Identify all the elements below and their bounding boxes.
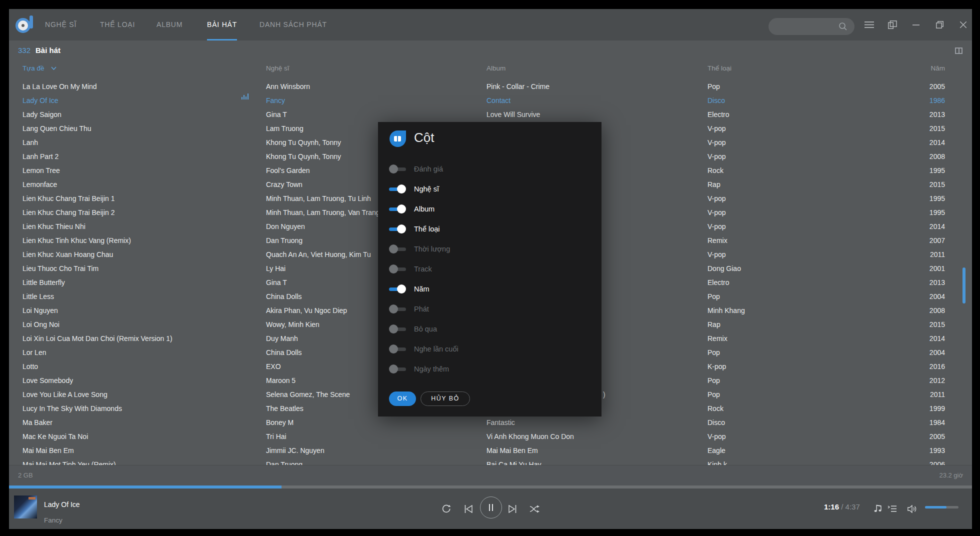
toggle-switch[interactable] — [389, 204, 406, 214]
sort-caret-icon — [51, 66, 56, 70]
cell-title: La La Love On My Mind — [22, 80, 97, 94]
library-size: 2 GB — [18, 466, 33, 486]
cell-album: Love Will Survive — [486, 108, 540, 122]
cell-artist: Dan Truong — [266, 234, 302, 248]
cell-year: 2004 — [930, 346, 945, 360]
song-row[interactable]: Mac Ke Nguoi Ta NoiTri HaiVi Anh Khong M… — [9, 430, 972, 444]
queue-button[interactable] — [884, 488, 900, 529]
menu-button[interactable] — [860, 9, 878, 40]
now-playing-button[interactable] — [870, 488, 885, 529]
column-header-year[interactable]: Năm — [930, 62, 945, 76]
cell-title: Lien Khuc Chang Trai Beijin 2 — [22, 206, 114, 220]
close-button[interactable] — [954, 9, 972, 40]
cell-year: 2005 — [930, 430, 945, 444]
minimize-button[interactable] — [908, 9, 924, 40]
toggle-switch[interactable] — [389, 244, 406, 254]
toggle-label: Đánh giá — [414, 162, 443, 176]
previous-button[interactable] — [460, 488, 477, 529]
cell-artist: Quach An An, Viet Huong, Kim Tu — [266, 248, 371, 262]
switch-player-icon — [888, 20, 897, 29]
cell-genre: V-pop — [708, 150, 726, 164]
column-header-artist[interactable]: Nghệ sĩ — [266, 62, 290, 76]
column-header-title[interactable]: Tựa đề — [22, 62, 44, 76]
pause-button[interactable] — [480, 496, 502, 518]
song-row[interactable]: Mai Mai Mot Tinh Yeu (Remix)Dan TruongBa… — [9, 458, 972, 465]
toggle-switch[interactable] — [389, 184, 406, 194]
mini-player-button[interactable] — [884, 9, 901, 40]
list-header: 332 Bài hát — [9, 40, 972, 62]
cell-genre: K-pop — [708, 360, 726, 374]
toggle-switch[interactable] — [389, 224, 406, 234]
columns-chooser-button[interactable] — [955, 48, 962, 54]
cell-title: Love You Like A Love Song — [22, 388, 108, 402]
close-icon — [960, 22, 966, 28]
cell-year: 2005 — [930, 80, 945, 94]
title-bar: NGHỆ SĨTHỂ LOẠIALBUMBÀI HÁTDANH SÁCH PHÁ… — [9, 9, 972, 40]
toggle-switch[interactable] — [389, 264, 406, 274]
next-button[interactable] — [504, 488, 521, 529]
cell-genre: Dong Giao — [708, 262, 741, 276]
cell-genre: Rap — [708, 318, 720, 332]
cell-year: 1993 — [930, 444, 945, 458]
cell-year: 2016 — [930, 360, 945, 374]
loop-button[interactable] — [437, 488, 455, 529]
ok-button[interactable]: OK — [389, 392, 416, 406]
cell-title: Mai Mai Mot Tinh Yeu (Remix) — [22, 458, 116, 465]
cell-genre: Pop — [708, 388, 720, 402]
toggle-label: Nghệ sĩ — [414, 182, 439, 196]
song-row[interactable]: Lady Of IceFancyContactDisco1986 — [9, 94, 972, 108]
search-icon — [838, 22, 848, 31]
cell-title: Lien Khuc Xuan Hoang Chau — [22, 248, 113, 262]
column-toggle-row: Album — [378, 202, 602, 216]
shuffle-button[interactable] — [526, 488, 544, 529]
cell-title: Loi Ong Noi — [22, 318, 60, 332]
tab-2[interactable]: THỂ LOẠI — [100, 9, 135, 40]
toggle-switch[interactable] — [389, 164, 406, 174]
song-row[interactable]: Lady SaigonGina TLove Will SurviveElectr… — [9, 108, 972, 122]
search-input[interactable] — [768, 18, 854, 35]
cell-artist: Maroon 5 — [266, 374, 296, 388]
status-bar: 2 GB 23.2 giờ — [9, 465, 972, 486]
tab-4[interactable]: BÀI HÁT — [207, 9, 237, 40]
column-headers: Tựa đề Nghệ sĩ Album Thể loại Năm — [9, 62, 972, 76]
toggle-switch[interactable] — [389, 344, 406, 354]
song-row[interactable]: La La Love On My MindAnn WinsbornPink - … — [9, 80, 972, 94]
cancel-button[interactable]: HỦY BỎ — [420, 392, 470, 406]
toggle-switch[interactable] — [389, 284, 406, 294]
toggle-switch[interactable] — [389, 324, 406, 334]
cell-album: Contact — [486, 94, 510, 108]
cell-year: 2001 — [930, 262, 945, 276]
cell-title: Lien Khuc Tinh Khuc Vang (Remix) — [22, 234, 131, 248]
cell-year: 2014 — [930, 220, 945, 234]
cell-artist: China Dolls — [266, 290, 302, 304]
song-row[interactable]: Mai Mai Ben EmJimmii JC. NguyenMai Mai B… — [9, 444, 972, 458]
restore-button[interactable] — [931, 9, 948, 40]
cell-title: Lucy In The Sky With Diamonds — [22, 402, 122, 416]
cell-title: Lien Khuc Thieu Nhi — [22, 220, 86, 234]
volume-button[interactable] — [904, 488, 921, 529]
cell-title: Love Somebody — [22, 374, 73, 388]
song-row[interactable]: Ma BakerBoney MFantasticDisco1984 — [9, 416, 972, 430]
tab-3[interactable]: ALBUM — [156, 9, 182, 40]
library-duration: 23.2 giờ — [939, 466, 963, 486]
toggle-switch[interactable] — [389, 304, 406, 314]
column-header-album[interactable]: Album — [486, 62, 506, 76]
cell-title: Lanh Part 2 — [22, 150, 58, 164]
cell-genre: Remix — [708, 234, 728, 248]
cell-album: Mai Mai Ben Em — [486, 444, 538, 458]
cell-genre: Rock — [708, 164, 724, 178]
now-playing-equalizer-icon — [242, 94, 250, 100]
album-art[interactable] — [14, 496, 37, 518]
column-header-genre[interactable]: Thể loại — [708, 62, 732, 76]
volume-slider[interactable] — [925, 506, 958, 508]
toggle-switch[interactable] — [389, 364, 406, 374]
cell-title: Lemonface — [22, 178, 57, 192]
restore-icon — [936, 21, 944, 28]
cell-year: 1995 — [930, 192, 945, 206]
speaker-icon — [908, 505, 918, 513]
cell-title: Little Less — [22, 290, 54, 304]
cell-genre: V-pop — [708, 248, 726, 262]
tab-5[interactable]: DANH SÁCH PHÁT — [260, 9, 327, 40]
tab-1[interactable]: NGHỆ SĨ — [45, 9, 76, 40]
scrollbar-thumb[interactable] — [962, 268, 966, 304]
